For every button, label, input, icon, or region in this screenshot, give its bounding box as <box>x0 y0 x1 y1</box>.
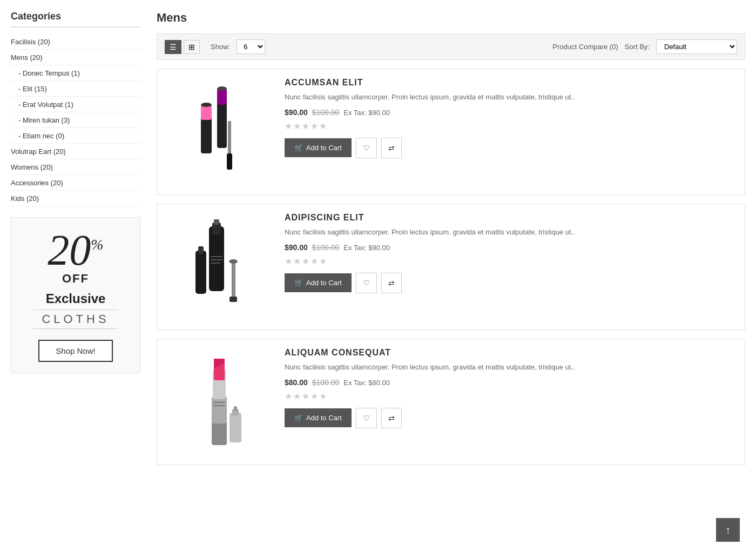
ex-tax-1: Ex Tax: $90.00 <box>343 109 390 117</box>
ex-tax-3: Ex Tax: $80.00 <box>343 379 390 387</box>
add-to-cart-button-1[interactable]: 🛒 Add to Cart <box>285 138 352 157</box>
svg-rect-13 <box>211 263 220 264</box>
svg-rect-28 <box>213 405 225 406</box>
svg-rect-15 <box>198 246 204 254</box>
banner-percent: 20% <box>22 228 129 272</box>
product-price-1: $90.00 $100.00 Ex Tax: $90.00 <box>285 108 736 117</box>
sidebar-item-erat-volutpat[interactable]: - Erat Volutpat (1) <box>11 97 140 112</box>
product-rating-2: ★★★★★ <box>285 256 736 266</box>
star-5: ★ <box>319 256 327 266</box>
product-info-1: ACCUMSAN ELIT Nunc facilisis sagittis ul… <box>285 78 736 158</box>
svg-rect-6 <box>228 121 231 159</box>
promo-banner: 20% OFF Exclusive CLOTHS Shop Now! <box>11 217 140 373</box>
categories-nav: Facilisis (20)Mens (20)- Donec Tempus (1… <box>11 34 140 206</box>
svg-rect-14 <box>195 251 206 294</box>
product-card-1: ACCUMSAN ELIT Nunc facilisis sagittis ul… <box>157 69 745 195</box>
ex-tax-2: Ex Tax: $90.00 <box>343 244 390 252</box>
star-4: ★ <box>310 256 318 266</box>
list-view-button[interactable]: ☰ <box>165 40 181 54</box>
product-card-2: ADIPISCING ELIT Nunc facilisis sagittis … <box>157 204 745 330</box>
cart-icon-2: 🛒 <box>294 279 303 287</box>
star-3: ★ <box>302 121 309 131</box>
original-price-1: $100.00 <box>312 108 340 117</box>
sidebar-item-kids[interactable]: Kids (20) <box>11 191 140 206</box>
product-card-3: ALIQUAM CONSEQUAT Nunc facilisis sagitti… <box>157 339 745 465</box>
product-info-2: ADIPISCING ELIT Nunc facilisis sagittis … <box>285 213 736 293</box>
compare-button-3[interactable]: ⇄ <box>381 408 402 428</box>
product-name-3: ALIQUAM CONSEQUAT <box>285 348 736 358</box>
svg-rect-18 <box>230 297 237 302</box>
star-4: ★ <box>310 391 318 401</box>
svg-rect-12 <box>211 259 222 260</box>
sidebar-item-donec-tempus[interactable]: - Donec Tempus (1) <box>11 65 140 81</box>
sort-select[interactable]: DefaultName (A - Z)Name (Z - A)Price (Lo… <box>656 39 737 54</box>
svg-rect-20 <box>212 396 227 423</box>
svg-rect-8 <box>209 226 224 291</box>
product-info-3: ALIQUAM CONSEQUAT Nunc facilisis sagitti… <box>285 348 736 428</box>
sidebar-item-mens[interactable]: Mens (20) <box>11 50 140 65</box>
sidebar-item-accessories[interactable]: Accessories (20) <box>11 175 140 191</box>
svg-rect-7 <box>227 153 232 170</box>
svg-rect-10 <box>214 219 219 225</box>
product-image-2 <box>166 213 274 321</box>
cart-icon-1: 🛒 <box>294 144 303 152</box>
main-content: Mens ☰ ⊞ Show: 6122448 Product Compare (… <box>157 11 745 465</box>
shop-now-button[interactable]: Shop Now! <box>38 340 112 362</box>
star-5: ★ <box>319 121 327 131</box>
svg-rect-11 <box>211 256 222 257</box>
compare-button-2[interactable]: ⇄ <box>381 273 402 293</box>
wishlist-button-2[interactable]: ♡ <box>356 273 377 293</box>
svg-point-17 <box>229 259 238 264</box>
svg-point-5 <box>201 103 212 107</box>
original-price-2: $100.00 <box>312 243 340 252</box>
cart-icon-3: 🛒 <box>294 414 303 422</box>
star-1: ★ <box>285 121 292 131</box>
grid-view-button[interactable]: ⊞ <box>184 40 200 54</box>
sidebar-item-miren-tukan[interactable]: - Miren tukan (3) <box>11 112 140 128</box>
product-image-3 <box>166 348 274 456</box>
add-to-cart-button-2[interactable]: 🛒 Add to Cart <box>285 273 352 292</box>
star-4: ★ <box>310 121 318 131</box>
sort-label: Sort By: <box>625 43 650 51</box>
wishlist-button-3[interactable]: ♡ <box>356 408 377 428</box>
banner-off: OFF <box>22 272 129 286</box>
product-desc-2: Nunc facilisis sagittis ullamcorper. Pro… <box>285 227 736 238</box>
svg-rect-26 <box>234 406 237 411</box>
sidebar-item-volutrap-eart[interactable]: Volutrap Eart (20) <box>11 144 140 159</box>
add-to-cart-button-3[interactable]: 🛒 Add to Cart <box>285 408 352 427</box>
sidebar-item-elit[interactable]: - Elit (15) <box>11 81 140 97</box>
sale-price-2: $90.00 <box>285 243 308 252</box>
star-3: ★ <box>302 256 309 266</box>
product-list: ACCUMSAN ELIT Nunc facilisis sagittis ul… <box>157 69 745 465</box>
product-actions-3: 🛒 Add to Cart ♡ ⇄ <box>285 408 736 428</box>
product-rating-1: ★★★★★ <box>285 121 736 131</box>
product-price-3: $80.00 $100.00 Ex Tax: $80.00 <box>285 378 736 387</box>
svg-rect-1 <box>217 89 227 105</box>
view-toggle: ☰ ⊞ <box>165 40 200 54</box>
sidebar-item-facilisis[interactable]: Facilisis (20) <box>11 34 140 50</box>
product-actions-2: 🛒 Add to Cart ♡ ⇄ <box>285 273 736 293</box>
star-2: ★ <box>293 121 301 131</box>
svg-point-2 <box>217 86 227 91</box>
star-2: ★ <box>293 256 301 266</box>
product-desc-1: Nunc facilisis sagittis ullamcorper. Pro… <box>285 92 736 103</box>
banner-cloths: CLOTHS <box>33 310 118 329</box>
svg-rect-4 <box>201 105 212 120</box>
star-1: ★ <box>285 391 292 401</box>
sidebar-item-womens[interactable]: Womens (20) <box>11 159 140 175</box>
original-price-3: $100.00 <box>312 378 340 387</box>
show-select[interactable]: 6122448 <box>237 39 265 54</box>
sidebar: Categories Facilisis (20)Mens (20)- Done… <box>11 11 140 465</box>
sidebar-item-etiam-nec[interactable]: - Etiam nec (0) <box>11 128 140 144</box>
star-2: ★ <box>293 391 301 401</box>
toolbar: ☰ ⊞ Show: 6122448 Product Compare (0) So… <box>157 33 745 60</box>
svg-rect-24 <box>230 413 241 442</box>
sale-price-3: $80.00 <box>285 378 308 387</box>
product-name-2: ADIPISCING ELIT <box>285 213 736 223</box>
star-5: ★ <box>319 391 327 401</box>
page-title: Mens <box>157 11 745 25</box>
wishlist-button-1[interactable]: ♡ <box>356 138 377 158</box>
compare-button-1[interactable]: ⇄ <box>381 138 402 158</box>
product-rating-3: ★★★★★ <box>285 391 736 401</box>
product-name-1: ACCUMSAN ELIT <box>285 78 736 88</box>
